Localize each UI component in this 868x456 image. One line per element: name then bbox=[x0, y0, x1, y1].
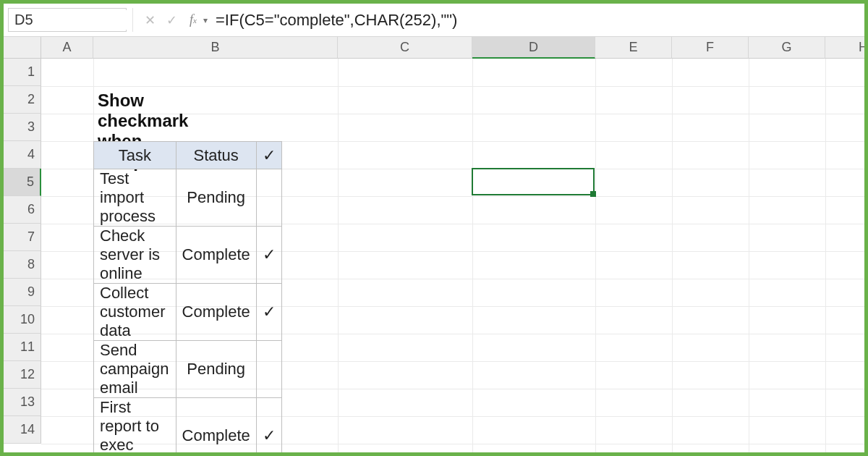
table-header-row: Task Status ✓ bbox=[94, 142, 282, 169]
header-task[interactable]: Task bbox=[94, 142, 176, 169]
table-row: First report to exec teamComplete✓ bbox=[94, 398, 282, 453]
enter-icon: ✓ bbox=[161, 4, 182, 36]
column-header[interactable]: F bbox=[672, 37, 749, 59]
cell-check[interactable]: ✓ bbox=[256, 284, 281, 341]
table-row: Check server is onlineComplete✓ bbox=[94, 227, 282, 284]
select-all-corner[interactable] bbox=[4, 37, 41, 59]
cell-check[interactable]: ✓ bbox=[256, 398, 281, 453]
row-header[interactable]: 13 bbox=[4, 389, 41, 416]
column-headers: ABCDEFGH bbox=[41, 37, 864, 59]
cell-status[interactable]: Pending bbox=[176, 341, 256, 398]
formula-bar: ▾ ✕ ✓ fx =IF(C5="complete",CHAR(252),"") bbox=[4, 4, 864, 37]
row-headers: 1234567891011121314 bbox=[4, 59, 41, 444]
row-header[interactable]: 1 bbox=[4, 59, 41, 86]
row-header[interactable]: 3 bbox=[4, 114, 41, 141]
row-header[interactable]: 6 bbox=[4, 196, 41, 224]
column-header[interactable]: D bbox=[472, 37, 595, 59]
cell-task[interactable]: Check server is online bbox=[94, 227, 176, 284]
column-header[interactable]: G bbox=[749, 37, 825, 59]
cell-check[interactable] bbox=[256, 341, 281, 398]
cell-check[interactable] bbox=[256, 169, 281, 227]
fx-icon[interactable]: fx bbox=[182, 4, 204, 36]
row-header[interactable]: 8 bbox=[4, 251, 41, 279]
cell-task[interactable]: Test import process bbox=[94, 169, 176, 227]
table-row: Send campaign emailPending bbox=[94, 341, 282, 398]
cell-status[interactable]: Complete bbox=[176, 398, 256, 453]
column-header[interactable]: C bbox=[338, 37, 472, 59]
row-header[interactable]: 4 bbox=[4, 141, 41, 169]
row-header[interactable]: 9 bbox=[4, 279, 41, 306]
table-row: Test import processPending bbox=[94, 169, 282, 227]
column-header[interactable]: H bbox=[825, 37, 864, 59]
row-header[interactable]: 11 bbox=[4, 334, 41, 361]
header-status[interactable]: Status bbox=[176, 142, 256, 169]
row-header[interactable]: 12 bbox=[4, 361, 41, 389]
app-frame: ▾ ✕ ✓ fx =IF(C5="complete",CHAR(252),"")… bbox=[0, 0, 868, 456]
row-header[interactable]: 2 bbox=[4, 86, 41, 114]
cell-task[interactable]: First report to exec team bbox=[94, 398, 176, 453]
cell-status[interactable]: Complete bbox=[176, 284, 256, 341]
column-header[interactable]: B bbox=[93, 37, 338, 59]
formula-input[interactable]: =IF(C5="complete",CHAR(252),"") bbox=[204, 4, 864, 36]
row-header[interactable]: 14 bbox=[4, 416, 41, 444]
active-cell-outline bbox=[472, 168, 595, 195]
row-header[interactable]: 5 bbox=[4, 169, 41, 196]
task-table: Task Status ✓ Test import processPending… bbox=[93, 141, 282, 452]
column-header[interactable]: A bbox=[41, 37, 93, 59]
row-header[interactable]: 7 bbox=[4, 224, 41, 251]
cell-status[interactable]: Complete bbox=[176, 227, 256, 284]
cell-check[interactable]: ✓ bbox=[256, 227, 281, 284]
worksheet-grid[interactable]: ABCDEFGH 1234567891011121314 Show checkm… bbox=[4, 37, 864, 452]
cell-task[interactable]: Collect customer data bbox=[94, 284, 176, 341]
cell-status[interactable]: Pending bbox=[176, 169, 256, 227]
cancel-icon: ✕ bbox=[139, 4, 161, 36]
cell-task[interactable]: Send campaign email bbox=[94, 341, 176, 398]
table-row: Collect customer dataComplete✓ bbox=[94, 284, 282, 341]
header-check[interactable]: ✓ bbox=[256, 142, 281, 169]
row-header[interactable]: 10 bbox=[4, 306, 41, 334]
column-header[interactable]: E bbox=[595, 37, 672, 59]
name-box[interactable]: ▾ bbox=[8, 8, 127, 32]
divider bbox=[132, 8, 133, 32]
